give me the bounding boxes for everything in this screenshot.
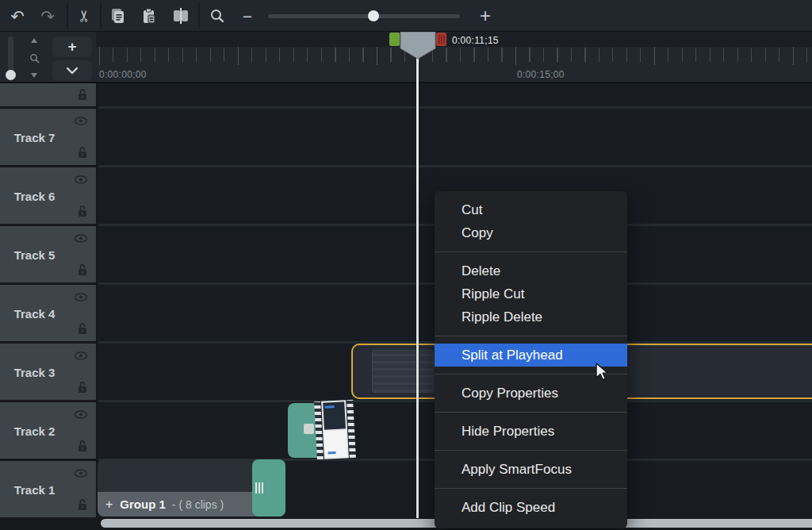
eye-icon[interactable] (74, 410, 88, 419)
menu-item-delete[interactable]: Delete (435, 259, 627, 282)
eye-icon[interactable] (74, 117, 88, 125)
menu-item-copy-properties[interactable]: Copy Properties (435, 382, 627, 405)
toolbar-separator (100, 3, 102, 29)
timeline-editor: ↶ ↷ ✂ (0, 0, 812, 530)
ruler-major-ticks (99, 47, 811, 65)
copy-icon (109, 7, 126, 25)
clip-track2-filmstrip[interactable] (314, 400, 356, 459)
track-name: Track 1 (0, 482, 69, 496)
track-name: Track 5 (0, 248, 69, 261)
playhead-in-handle[interactable] (389, 33, 400, 46)
menu-item-hide-properties[interactable]: Hide Properties (435, 420, 627, 443)
menu-item-ripple-cut[interactable]: Ripple Cut (435, 282, 627, 305)
eye-icon[interactable] (74, 234, 88, 243)
zoom-tracks-down-icon (31, 73, 37, 78)
toolbar: ↶ ↷ ✂ (0, 0, 812, 32)
zoom-slider-knob[interactable] (368, 10, 379, 21)
redo-button[interactable]: ↷ (35, 4, 60, 28)
lock-icon[interactable] (77, 381, 88, 394)
track-header-6[interactable]: Track 6 (0, 167, 96, 224)
cut-button[interactable]: ✂ (71, 4, 97, 28)
lock-icon[interactable] (77, 88, 88, 101)
track-header-partial[interactable] (0, 83, 96, 106)
track-height-slider-knob[interactable] (6, 70, 16, 80)
track-header-2[interactable]: Track 2 (0, 402, 96, 459)
track-controls-panel: + (0, 32, 96, 83)
eye-icon[interactable] (74, 469, 88, 478)
eye-icon[interactable] (74, 351, 88, 360)
context-menu: Cut Copy Delete Ripple Cut Ripple Delete… (435, 191, 627, 528)
expand-group-icon[interactable]: + (105, 497, 113, 512)
undo-icon: ↶ (10, 8, 25, 25)
lock-icon[interactable] (77, 440, 88, 452)
copy-button[interactable] (105, 4, 130, 28)
zoom-slider[interactable] (268, 14, 460, 18)
playhead-timestamp: 0:00:11;15 (452, 35, 499, 46)
zoom-in-icon: + (480, 6, 491, 25)
track-header-3[interactable]: Track 3 (0, 344, 96, 400)
paste-button[interactable] (136, 4, 162, 28)
playhead-grip[interactable] (400, 32, 435, 59)
track-header-1[interactable]: Track 1 (0, 461, 96, 517)
menu-item-ripple-delete[interactable]: Ripple Delete (435, 305, 627, 328)
clip-thumbnail (372, 350, 434, 393)
toolbar-separator (198, 3, 200, 29)
track-header-4[interactable]: Track 4 (0, 285, 96, 341)
lock-icon[interactable] (77, 146, 88, 159)
mouse-cursor-icon (595, 363, 611, 385)
zoom-out-button[interactable]: − (235, 4, 260, 28)
track-height-slider[interactable] (8, 36, 13, 78)
timeline-ruler[interactable]: 0:00:00;00 0:00:15;00 (96, 47, 812, 83)
track-name: Track 6 (0, 189, 69, 202)
track-row-8[interactable] (98, 83, 812, 106)
zoom-icon (209, 8, 225, 24)
zoom-tool-button[interactable] (205, 4, 230, 28)
add-track-icon: + (67, 38, 76, 56)
track-header-5[interactable]: Track 5 (0, 226, 96, 282)
group-clip-teal-segment[interactable] (252, 459, 285, 517)
lock-icon[interactable] (77, 322, 88, 335)
redo-icon: ↷ (40, 8, 55, 25)
ruler-label-start: 0:00:00;00 (99, 69, 147, 80)
split-button[interactable] (168, 4, 193, 28)
eye-icon[interactable] (74, 175, 88, 184)
clip-track2-head[interactable] (288, 403, 317, 458)
track-name: Track 3 (0, 365, 69, 378)
menu-item-copy[interactable]: Copy (435, 221, 627, 244)
track-name: Track 2 (0, 424, 69, 437)
group-name: Group 1 (120, 497, 166, 511)
lock-icon[interactable] (77, 498, 88, 511)
track-row-7[interactable] (98, 109, 812, 165)
playhead[interactable] (388, 31, 450, 64)
zoom-out-icon: − (243, 8, 252, 25)
filmstrip-frames (321, 400, 349, 459)
cut-icon: ✂ (76, 10, 92, 23)
group-clip-track1[interactable]: + Group 1 - ( 8 clips ) (98, 459, 285, 517)
zoom-in-button[interactable]: + (473, 4, 498, 28)
playhead-line[interactable] (416, 45, 419, 518)
collapse-tracks-button[interactable] (52, 60, 92, 81)
toolbar-separator (67, 3, 68, 29)
menu-item-apply-smartfocus[interactable]: Apply SmartFocus (435, 458, 627, 481)
add-track-button[interactable]: + (52, 36, 92, 57)
lock-icon[interactable] (77, 263, 88, 276)
track-zoom-magnifier-icon (29, 53, 40, 63)
track-name: Track 7 (0, 130, 69, 144)
track-header-7[interactable]: Track 7 (0, 109, 96, 165)
group-clip-count: - ( 8 clips ) (172, 498, 224, 511)
paste-icon (140, 7, 158, 25)
zoom-tracks-up-icon (31, 38, 37, 43)
clip-marker (304, 424, 314, 434)
vertical-zoom-control[interactable] (27, 38, 41, 78)
track-name: Track 4 (0, 306, 69, 320)
menu-item-cut[interactable]: Cut (435, 198, 627, 221)
ruler-label-15s: 0:00:15;00 (517, 69, 565, 80)
undo-button[interactable]: ↶ (5, 4, 30, 28)
chevron-down-icon (66, 67, 79, 75)
lock-icon[interactable] (77, 205, 88, 217)
eye-icon[interactable] (74, 293, 88, 301)
split-icon (171, 7, 190, 25)
grip-icon (255, 482, 265, 494)
menu-item-add-clip-speed[interactable]: Add Clip Speed (435, 496, 627, 519)
